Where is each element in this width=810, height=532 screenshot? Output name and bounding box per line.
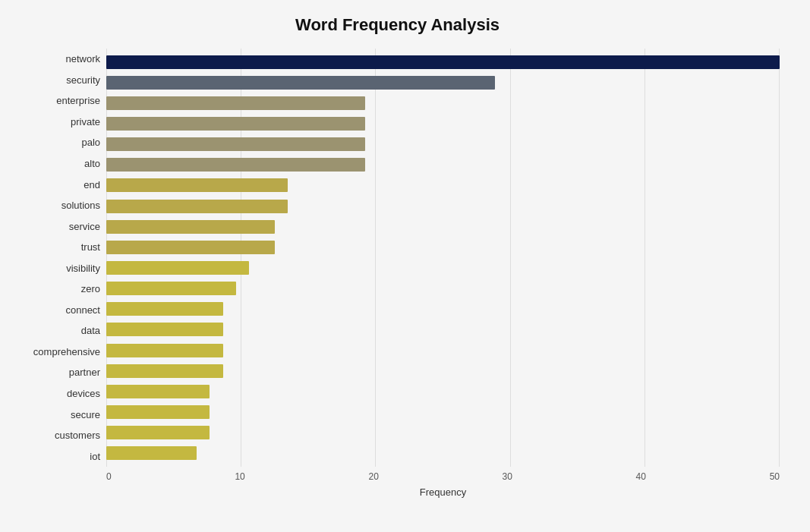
bar-row	[106, 116, 780, 131]
bar-row	[106, 75, 780, 90]
bar-row	[106, 178, 780, 193]
bar-row	[106, 199, 780, 214]
bottom-section: 01020304050 Frequency	[15, 471, 780, 498]
bar-row	[106, 219, 780, 235]
bar-row	[106, 137, 780, 152]
y-label: customers	[15, 430, 100, 440]
y-label: end	[15, 180, 100, 190]
chart-title: Word Frequency Analysis	[15, 15, 780, 35]
bar	[106, 261, 249, 275]
bar-row	[106, 405, 780, 420]
bar	[106, 426, 210, 439]
y-label: trust	[15, 242, 100, 252]
bar-row	[106, 384, 780, 399]
y-label: security	[15, 75, 100, 85]
y-label: connect	[15, 305, 100, 315]
bar	[106, 137, 365, 151]
grid-container	[106, 49, 780, 467]
y-label: alto	[15, 159, 100, 168]
bar	[106, 117, 365, 131]
bars-and-grid	[106, 49, 780, 467]
y-label: solutions	[15, 200, 100, 210]
y-label: devices	[15, 389, 100, 398]
bar	[106, 178, 288, 192]
y-label: secure	[15, 410, 100, 420]
y-labels: networksecurityenterpriseprivatepaloalto…	[15, 49, 106, 467]
bar-row	[106, 157, 780, 172]
chart-area: networksecurityenterpriseprivatepaloalto…	[15, 49, 780, 467]
x-tick: 0	[106, 471, 112, 482]
y-label: private	[15, 117, 100, 127]
bar	[106, 364, 223, 378]
bar	[106, 96, 365, 110]
bar	[106, 158, 365, 172]
bar	[106, 200, 288, 213]
y-label: network	[15, 54, 100, 64]
y-label: iot	[15, 452, 100, 461]
y-label: partner	[15, 367, 100, 377]
x-tick: 10	[235, 471, 244, 482]
bar	[106, 302, 223, 316]
bar-row	[106, 364, 780, 379]
bar	[106, 76, 495, 90]
bar	[106, 344, 223, 357]
bar-row	[106, 322, 780, 337]
y-label: zero	[15, 284, 100, 294]
bar	[106, 405, 210, 419]
bar	[106, 220, 275, 234]
y-label: palo	[15, 137, 100, 147]
x-axis-label: Frequency	[106, 486, 780, 498]
bar	[106, 282, 236, 295]
bar-row	[106, 301, 780, 316]
y-label: comprehensive	[15, 347, 100, 357]
x-tick: 50	[770, 471, 780, 482]
bar-row	[106, 445, 780, 461]
y-label: visibility	[15, 263, 100, 273]
y-label: data	[15, 326, 100, 335]
bar-row	[106, 55, 780, 70]
bar-row	[106, 96, 780, 111]
bar	[106, 385, 210, 398]
x-tick: 40	[636, 471, 646, 482]
bars-wrapper	[106, 49, 780, 467]
bar-row	[106, 343, 780, 358]
bar-row	[106, 425, 780, 440]
x-tick: 30	[503, 471, 512, 482]
bar-row	[106, 260, 780, 275]
y-label: enterprise	[15, 96, 100, 105]
bar	[106, 55, 780, 69]
x-axis: 01020304050	[106, 471, 780, 482]
y-label: service	[15, 222, 100, 231]
bar-row	[106, 240, 780, 255]
bar-row	[106, 281, 780, 296]
bar	[106, 323, 223, 336]
bar	[106, 241, 275, 254]
x-tick: 20	[368, 471, 378, 482]
bar	[106, 446, 197, 460]
chart-container: Word Frequency Analysis networksecuritye…	[0, 0, 810, 532]
